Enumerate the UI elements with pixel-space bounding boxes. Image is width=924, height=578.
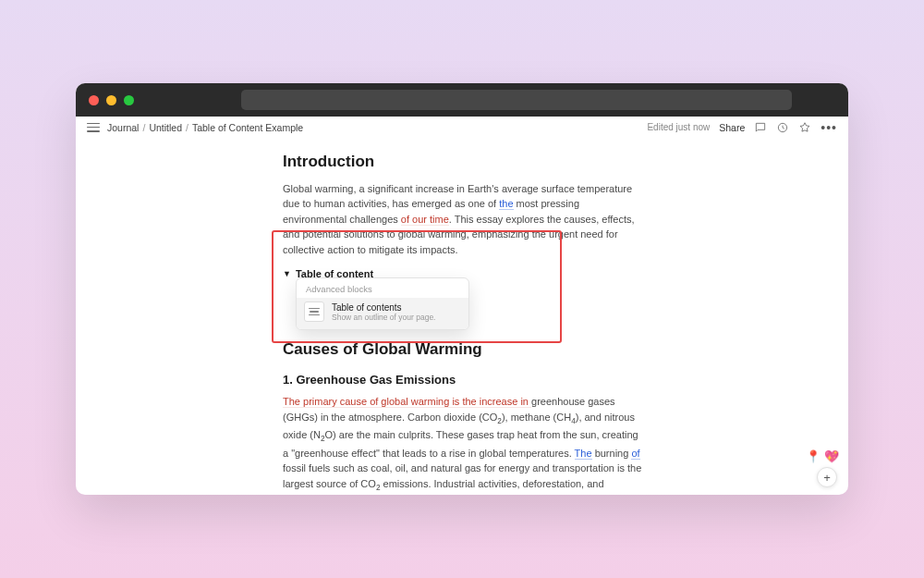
breadcrumb-item[interactable]: Journal: [107, 122, 139, 133]
page-toolbar: Journal / Untitled / Table of Content Ex…: [76, 117, 848, 139]
link-the[interactable]: the: [499, 198, 513, 210]
popup-item-title: Table of contents: [332, 302, 435, 313]
window-titlebar: [76, 83, 848, 117]
traffic-light-zoom[interactable]: [124, 95, 134, 105]
text: burning: [592, 448, 632, 459]
add-fab[interactable]: +: [817, 467, 837, 487]
link-of-our-time[interactable]: of our time: [401, 214, 449, 226]
intro-paragraph[interactable]: Global warming, a significant increase i…: [283, 181, 645, 258]
link[interactable]: of: [631, 448, 639, 460]
grammar-span: The primary cause of global warming is t…: [283, 396, 531, 408]
slash-command-popup: Advanced blocks Table of contents Show a…: [296, 277, 469, 330]
popup-item-toc[interactable]: Table of contents Show an outline of you…: [297, 298, 468, 329]
more-icon[interactable]: •••: [821, 121, 837, 134]
breadcrumb-separator: /: [186, 122, 188, 133]
popup-section-header: Advanced blocks: [297, 278, 468, 298]
breadcrumb-item[interactable]: Table of Content Example: [192, 122, 303, 133]
ghg-paragraph[interactable]: The primary cause of global warming is t…: [283, 394, 645, 495]
link[interactable]: The: [575, 448, 592, 460]
breadcrumb-item[interactable]: Untitled: [149, 122, 182, 133]
menu-icon[interactable]: [87, 123, 100, 132]
caret-down-icon: ▼: [283, 268, 291, 281]
edited-status: Edited just now: [647, 122, 710, 132]
heading-causes[interactable]: Causes of Global Warming: [283, 338, 645, 362]
breadcrumb-separator: /: [142, 122, 145, 133]
heart-icon[interactable]: 💖: [824, 449, 839, 463]
floating-badges: 📍 💖: [806, 449, 839, 463]
app-window: Journal / Untitled / Table of Content Ex…: [76, 83, 848, 495]
heading-ghg[interactable]: 1. Greenhouse Gas Emissions: [283, 371, 645, 389]
traffic-light-close[interactable]: [89, 95, 99, 105]
pin-icon[interactable]: 📍: [806, 449, 821, 463]
popup-item-subtitle: Show an outline of your page.: [332, 313, 435, 322]
clock-icon[interactable]: [776, 121, 789, 134]
text: Global warming, a significant increase i…: [283, 183, 632, 210]
star-icon[interactable]: [798, 121, 811, 134]
toc-block-icon: [304, 301, 324, 322]
comment-icon[interactable]: [754, 121, 767, 134]
text: ), methane (CH: [502, 412, 571, 423]
address-bar[interactable]: [241, 90, 792, 110]
share-button[interactable]: Share: [719, 122, 745, 133]
heading-introduction[interactable]: Introduction: [283, 150, 645, 174]
page-body: Introduction Global warming, a significa…: [76, 139, 848, 495]
traffic-light-minimize[interactable]: [106, 95, 116, 105]
